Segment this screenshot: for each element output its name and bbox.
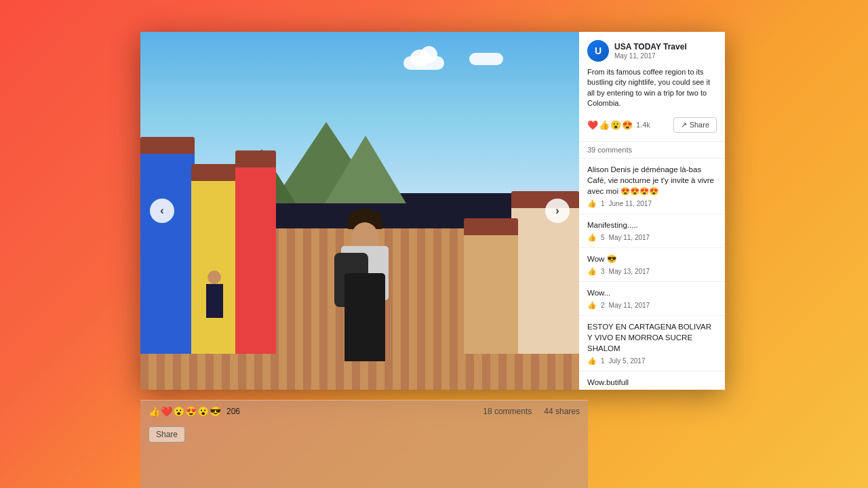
post-header: U USA TODAY Travel May 11, 2017 From its… <box>579 32 725 142</box>
bottom-love-emoji: ❤️ <box>161 406 172 417</box>
bottom-shares: 44 shares <box>544 407 580 416</box>
person2-head <box>208 270 221 284</box>
person-body <box>344 273 385 361</box>
like-icon: 👍 <box>587 301 597 310</box>
comment-meta: 👍 1 June 11, 2017 <box>587 199 717 208</box>
love-emoji: ❤️ <box>587 120 598 130</box>
bottom-cool-emoji: 😎 <box>210 406 221 417</box>
bottom-like-emoji: 👍 <box>149 406 160 417</box>
roof-3 <box>235 150 276 167</box>
comments-list: Alison Denis je déménage là-bas Café, vi… <box>579 159 725 390</box>
comment-meta: 👍 3 May 13, 2017 <box>587 267 717 276</box>
like-icon: 👍 <box>587 233 597 242</box>
comment-item: Manifesting..... 👍 5 May 11, 2017 <box>579 214 725 248</box>
comment-item: Wow.butifull 👍 1 June 10, 2017 <box>579 371 725 390</box>
like-icon: 👍 <box>587 199 597 208</box>
like-icon: 👍 <box>587 267 597 276</box>
red-building <box>235 164 276 354</box>
comment-date: May 11, 2017 <box>609 302 650 309</box>
like-count: 1 <box>601 200 605 207</box>
post-date: May 11, 2017 <box>614 52 717 60</box>
comment-item: ESTOY EN CARTAGENA BOLIVAR Y VIVO EN MOR… <box>579 316 725 371</box>
author-info: USA TODAY Travel May 11, 2017 <box>614 42 717 59</box>
like-emoji: 👍 <box>599 120 610 130</box>
roof-2 <box>191 164 239 181</box>
post-modal: ‹ › U USA TODAY Travel May 11, 2017 From… <box>140 32 725 390</box>
comment-text: ESTOY EN CARTAGENA BOLIVAR Y VIVO EN MOR… <box>587 321 717 354</box>
like-count: 3 <box>601 268 605 275</box>
comment-date: July 5, 2017 <box>609 357 646 365</box>
background-person <box>206 270 223 318</box>
cloud-2 <box>469 53 503 65</box>
street-photo <box>140 32 579 390</box>
heart-eyes-emoji: 😍 <box>622 120 633 130</box>
comment-date: May 13, 2017 <box>609 268 650 275</box>
post-text: From its famous coffee region to its bus… <box>587 67 717 109</box>
reaction-count: 1.4k <box>636 121 650 129</box>
comment-text: Wow 😎 <box>587 253 717 264</box>
comment-meta: 👍 1 July 5, 2017 <box>587 357 717 365</box>
right-chevron-icon: › <box>555 205 559 217</box>
roof-r2 <box>464 218 518 235</box>
next-arrow[interactable]: › <box>545 199 570 223</box>
like-icon: 👍 <box>587 357 597 365</box>
person2-body <box>206 284 223 318</box>
right-building-2 <box>464 232 518 354</box>
left-chevron-icon: ‹ <box>160 205 163 217</box>
share-icon: ↗ <box>681 121 687 129</box>
bottom-angry-emoji: 😮 <box>197 406 209 417</box>
comment-text: Wow.butifull <box>587 377 717 388</box>
comments-panel: U USA TODAY Travel May 11, 2017 From its… <box>579 32 725 390</box>
author-avatar: U <box>587 40 609 62</box>
roof-r1 <box>511 191 579 208</box>
reactions-row: ❤️ 👍 😮 😍 1.4k ↗ Share <box>587 115 717 136</box>
bottom-share-button[interactable]: Share <box>149 426 185 443</box>
blue-building <box>140 150 195 354</box>
share-label: Share <box>690 121 709 129</box>
bottom-wow-emoji: 😮 <box>173 406 184 417</box>
comment-meta: 👍 5 May 11, 2017 <box>587 233 717 242</box>
roof-1 <box>140 137 195 154</box>
share-button[interactable]: ↗ Share <box>673 117 717 133</box>
reaction-emojis: ❤️ 👍 😮 😍 1.4k <box>587 120 650 130</box>
right-building-1 <box>511 205 579 354</box>
buildings-right <box>469 139 579 354</box>
comment-date: June 11, 2017 <box>609 200 652 207</box>
comment-text: Wow... <box>587 287 717 298</box>
foreground-person <box>338 226 392 361</box>
cloud-1 <box>403 56 444 70</box>
comment-text: Manifesting..... <box>587 220 717 230</box>
bottom-preview-section: 👍 ❤️ 😮 😍 😮 😎 206 18 comments 44 shares S… <box>140 400 588 488</box>
author-name: USA TODAY Travel <box>614 42 717 52</box>
bottom-count: 206 <box>226 407 240 416</box>
comment-date: May 11, 2017 <box>609 234 650 241</box>
comment-item: Wow... 👍 2 May 11, 2017 <box>579 282 725 316</box>
post-image-section: ‹ › <box>140 32 579 390</box>
wow-emoji: 😮 <box>610 120 621 130</box>
comment-item: Wow 😎 👍 3 May 13, 2017 <box>579 248 725 282</box>
prev-arrow[interactable]: ‹ <box>150 199 174 223</box>
author-row: U USA TODAY Travel May 11, 2017 <box>587 40 717 62</box>
comment-item: Alison Denis je déménage là-bas Café, vi… <box>579 159 725 214</box>
comment-text: Alison Denis je déménage là-bas Café, vi… <box>587 164 717 197</box>
avatar-letter: U <box>595 45 601 56</box>
bottom-comments: 18 comments <box>483 407 532 416</box>
comment-meta: 👍 2 May 11, 2017 <box>587 301 717 310</box>
comments-count: 39 comments <box>579 142 725 159</box>
like-count: 1 <box>601 357 605 365</box>
bottom-emoji-row: 👍 ❤️ 😮 😍 😮 😎 <box>149 406 221 417</box>
yellow-building <box>191 178 239 354</box>
like-count: 5 <box>601 234 605 241</box>
bottom-eyes-emoji: 😍 <box>185 406 197 417</box>
like-count: 2 <box>601 302 605 309</box>
bottom-reactions: 👍 ❤️ 😮 😍 😮 😎 206 18 comments 44 shares <box>140 400 588 422</box>
mountain-2 <box>325 136 406 203</box>
